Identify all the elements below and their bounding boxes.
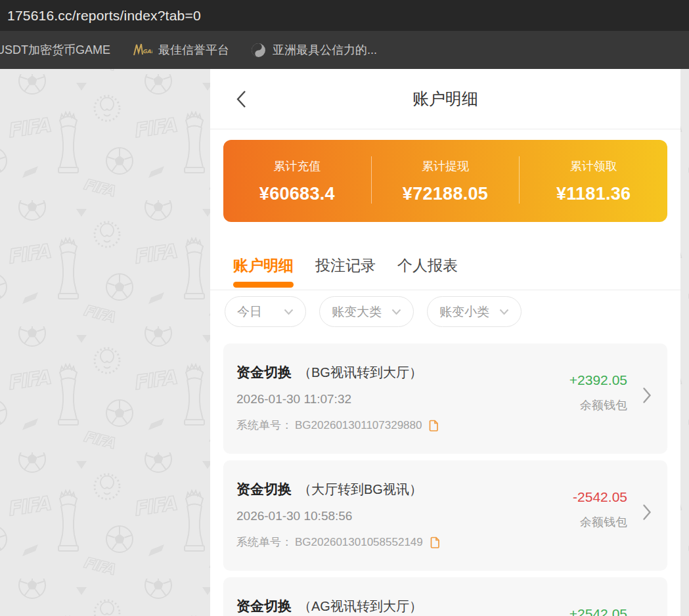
panel-header: 账户明细 xyxy=(210,69,680,129)
bookmark-label: 亚洲最具公信力的... xyxy=(273,42,377,58)
summary-total-claimed: 累计领取 ¥1181.36 xyxy=(520,140,667,222)
tab-personal-report[interactable]: 个人报表 xyxy=(397,242,458,290)
tabs-row: 账户明细 投注记录 个人报表 xyxy=(210,242,680,290)
tab-label: 投注记录 xyxy=(315,255,376,276)
bookmark-best-reputation[interactable]: GAME 最佳信誉平台 xyxy=(131,42,229,58)
record-title: 资金切换 xyxy=(236,363,292,382)
bookmark-asia-credibility[interactable]: 亚洲最具公信力的... xyxy=(250,42,377,58)
copy-icon[interactable] xyxy=(428,419,439,432)
chevron-down-icon xyxy=(499,309,509,315)
bookmarks-bar: USDT加密货币GAME GAME 最佳信誉平台 亚洲最具公信力的... xyxy=(0,31,689,69)
summary-label: 累计领取 xyxy=(570,158,617,174)
record-order-no: BG202601301107329880 xyxy=(295,418,422,433)
url-text: 175616.cc/reports/index?tab=0 xyxy=(7,8,201,24)
bookmark-label: 最佳信誉平台 xyxy=(158,42,229,58)
bookmark-label: USDT加密货币GAME xyxy=(0,42,110,58)
record-order-label: 系统单号： xyxy=(236,535,292,550)
record-card[interactable]: 资金切换 （BG视讯转到大厅） 2026-01-30 11:07:32 系统单号… xyxy=(223,343,667,454)
chevron-left-icon xyxy=(236,89,247,109)
record-subtitle: （AG视讯转到大厅） xyxy=(298,597,422,615)
chevron-down-icon xyxy=(391,309,401,315)
filter-label: 账变小类 xyxy=(439,303,489,320)
gold-game-logo-icon: GAME xyxy=(131,43,152,57)
summary-total-deposit: 累计充值 ¥60683.4 xyxy=(223,140,371,222)
summary-total-withdraw: 累计提现 ¥72188.05 xyxy=(372,140,520,222)
chevron-down-icon xyxy=(284,309,294,315)
summary-value: ¥72188.05 xyxy=(403,184,488,204)
record-amount: +2392.05 xyxy=(569,372,627,388)
filters-row: 今日 账变大类 账变小类 xyxy=(210,290,680,336)
filter-date-dropdown[interactable]: 今日 xyxy=(225,296,306,327)
record-title: 资金切换 xyxy=(236,480,292,498)
record-order-label: 系统单号： xyxy=(236,418,292,433)
record-subtitle: （BG视讯转到大厅） xyxy=(298,363,422,382)
copy-icon[interactable] xyxy=(430,536,441,549)
tab-bet-records[interactable]: 投注记录 xyxy=(315,242,376,290)
back-button[interactable] xyxy=(232,89,250,110)
summary-label: 累计充值 xyxy=(273,158,321,174)
globe-icon xyxy=(250,42,267,58)
chevron-right-icon[interactable] xyxy=(642,504,652,523)
record-amount: +2542.05 xyxy=(569,606,627,616)
summary-value: ¥60683.4 xyxy=(259,184,335,204)
record-amount: -2542.05 xyxy=(573,489,627,505)
record-subtitle: （大厅转到BG视讯） xyxy=(298,480,422,498)
filter-category-major-dropdown[interactable]: 账变大类 xyxy=(319,296,414,327)
filter-label: 账变大类 xyxy=(332,303,382,320)
address-bar[interactable]: 175616.cc/reports/index?tab=0 xyxy=(0,0,689,31)
summary-value: ¥1181.36 xyxy=(556,184,631,204)
record-wallet: 余额钱包 xyxy=(580,397,627,413)
tab-label: 个人报表 xyxy=(397,255,458,276)
tab-account-detail[interactable]: 账户明细 xyxy=(233,242,294,290)
record-list: 资金切换 （BG视讯转到大厅） 2026-01-30 11:07:32 系统单号… xyxy=(210,336,680,616)
record-card[interactable]: 资金切换 （AG视讯转到大厅） +2542.05 xyxy=(223,577,667,616)
record-title: 资金切换 xyxy=(236,597,292,615)
account-detail-panel: 账户明细 累计充值 ¥60683.4 累计提现 ¥72188.05 累计领取 ¥… xyxy=(210,69,680,616)
tab-label: 账户明细 xyxy=(233,255,294,276)
chevron-right-icon[interactable] xyxy=(642,387,652,407)
record-wallet: 余额钱包 xyxy=(580,514,627,530)
record-card[interactable]: 资金切换 （大厅转到BG视讯） 2026-01-30 10:58:56 系统单号… xyxy=(223,460,667,571)
filter-label: 今日 xyxy=(237,303,262,320)
record-order-no: BG202601301058552149 xyxy=(295,535,423,550)
svg-text:GAME: GAME xyxy=(143,49,152,55)
summary-label: 累计提现 xyxy=(422,158,469,174)
bookmark-usdt-game[interactable]: USDT加密货币GAME xyxy=(0,42,110,58)
page-background: FIFA FIFA 账户明细 累计充值 ¥60683.4 xyxy=(0,69,689,616)
page-title: 账户明细 xyxy=(412,88,478,110)
filter-category-minor-dropdown[interactable]: 账变小类 xyxy=(427,296,522,327)
summary-card: 累计充值 ¥60683.4 累计提现 ¥72188.05 累计领取 ¥1181.… xyxy=(223,140,667,222)
